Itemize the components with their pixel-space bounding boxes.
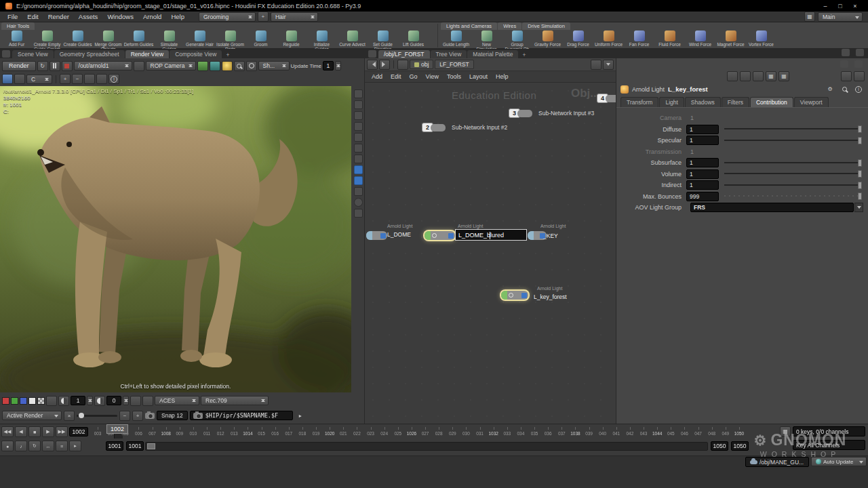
subnet-input-node-2[interactable]: 2 Sub-Network Input #2	[422, 123, 507, 132]
range-handle[interactable]	[147, 443, 155, 449]
tab-network-editor[interactable]: /obj/LF_FORST	[378, 50, 430, 58]
pane-maximize-icon[interactable]	[856, 49, 864, 56]
specular-input[interactable]: 1	[686, 136, 719, 145]
pane-menu-icon[interactable]	[368, 50, 376, 58]
crop-icon[interactable]	[354, 144, 363, 152]
diffuse-slider[interactable]	[724, 125, 862, 133]
menu-item[interactable]: Edit	[22, 12, 43, 21]
gallery-icon[interactable]	[841, 71, 852, 81]
green-channel-swatch[interactable]	[11, 397, 18, 405]
path-back-icon[interactable]	[367, 60, 378, 70]
close-button[interactable]: ×	[848, 3, 863, 9]
indirect-slider[interactable]	[724, 182, 862, 189]
tab-tree-view[interactable]: Tree View	[431, 50, 467, 58]
tab-filters[interactable]: Filters	[722, 97, 749, 107]
transport-button[interactable]: ◀	[15, 426, 27, 437]
maximize-button[interactable]: □	[833, 3, 848, 9]
diffuse-input[interactable]: 1	[686, 125, 719, 134]
volume-slider[interactable]	[724, 170, 862, 178]
pane-expand-icon[interactable]	[854, 71, 865, 81]
tab-scene-view[interactable]: Scene View	[12, 50, 54, 58]
playbar-option-button[interactable]: ▸	[69, 441, 81, 451]
range-end-field[interactable]: 1050	[731, 441, 749, 451]
stop-render-icon[interactable]	[62, 61, 73, 71]
pan-view-icon[interactable]	[96, 74, 107, 84]
curves-icon[interactable]	[142, 396, 153, 406]
background-icon[interactable]	[354, 187, 363, 196]
snapshot-prev-icon[interactable]: −	[119, 411, 130, 421]
light-node-l-key-forest[interactable]	[501, 291, 528, 300]
tab-light[interactable]: Light	[659, 97, 684, 107]
tab-contribution[interactable]: Contribution	[750, 97, 793, 107]
light-node-l-dome-blured[interactable]	[425, 231, 455, 240]
shelf-tab[interactable]: Drive Simulation	[522, 22, 570, 30]
volume-input[interactable]: 1	[686, 169, 719, 179]
render-source-select[interactable]: Active Render	[2, 411, 62, 420]
channel-editor-icon[interactable]: ▦	[780, 426, 791, 436]
region-circle-icon[interactable]	[354, 198, 363, 207]
timeline-ruler[interactable]: 0030040050060071008009010011012013101401…	[91, 426, 746, 439]
fit-view-icon[interactable]	[84, 74, 95, 84]
network-menu-item[interactable]: Add	[368, 73, 387, 81]
hair-shelf-select[interactable]: Hair	[271, 12, 318, 22]
menu-item[interactable]: Render	[43, 12, 74, 21]
pin-network-icon[interactable]	[591, 60, 601, 70]
menu-item[interactable]: File	[3, 12, 22, 21]
network-canvas[interactable]: Education Edition Obj... 4 3 Sub-Network…	[365, 83, 616, 424]
tab-transform[interactable]: Transform	[620, 97, 658, 107]
add-pane-tab-button[interactable]: +	[519, 52, 529, 58]
node-rename-input[interactable]: L_DOME_blured	[455, 229, 527, 241]
display-flag[interactable]	[448, 233, 454, 239]
progressive-on-icon[interactable]	[354, 176, 363, 185]
lights-icon[interactable]	[222, 61, 233, 71]
help-icon[interactable]: i	[853, 84, 864, 94]
checker-background-swatch[interactable]	[37, 397, 45, 405]
layout-grid-icon[interactable]: ▦	[778, 71, 789, 81]
snapshot-slider[interactable]	[77, 415, 117, 417]
pane-options-icon[interactable]	[854, 60, 863, 68]
spreadsheet-icon[interactable]: ▦	[766, 71, 776, 81]
path-menu-icon[interactable]	[603, 60, 614, 70]
render-button[interactable]: Render	[2, 61, 36, 71]
tab-composite-view[interactable]: Composite View	[170, 50, 222, 58]
new-snapshot-icon[interactable]	[354, 89, 363, 98]
node-name-field[interactable]: L_key_forest	[668, 85, 708, 93]
pixel-info-icon[interactable]: i	[108, 74, 119, 84]
take-snapshot-icon[interactable]	[145, 413, 155, 419]
shelf-tab[interactable]: Lights and Cameras	[441, 22, 497, 30]
update-time-value[interactable]: 1	[323, 61, 334, 70]
colorspace-select[interactable]: ACES	[155, 396, 199, 405]
add-shelf-set-button[interactable]: +	[258, 12, 269, 22]
desktop-select[interactable]: Main	[818, 12, 863, 22]
menu-item[interactable]: Assets	[74, 12, 103, 21]
zoom-out-icon[interactable]: −	[72, 74, 83, 84]
display-transform-select[interactable]: Rec.709	[201, 396, 269, 405]
playbar-option-button[interactable]: ≡	[56, 441, 68, 451]
tab-viewport[interactable]: Viewport	[794, 97, 829, 107]
specular-slider[interactable]	[724, 137, 862, 144]
snapshot-menu-icon[interactable]: ▸	[295, 411, 306, 421]
path-forward-icon[interactable]	[379, 60, 390, 70]
compare-icon[interactable]	[46, 396, 57, 406]
red-channel-swatch[interactable]	[2, 397, 9, 405]
transport-button[interactable]: ▶▶	[56, 426, 68, 437]
breadcrumb-obj[interactable]: obj	[410, 60, 433, 69]
split-view-icon[interactable]	[14, 74, 25, 84]
tab-material-palette[interactable]: Material Palette	[467, 50, 518, 58]
menu-item[interactable]: Arnold	[138, 12, 166, 21]
current-frame-field[interactable]: 1002	[69, 427, 88, 436]
pane-split-icon[interactable]	[842, 49, 850, 56]
restart-render-icon[interactable]: ↻	[37, 61, 48, 71]
aov-grid-icon[interactable]	[197, 61, 208, 71]
tab-shadows[interactable]: Shadows	[685, 97, 721, 107]
network-menu-item[interactable]: Edit	[387, 73, 406, 81]
subsurface-input[interactable]: 1	[686, 158, 719, 167]
network-menu-item[interactable]: Tools	[443, 73, 465, 81]
channel-select[interactable]: C	[26, 75, 52, 84]
exposure-icon[interactable]	[58, 396, 69, 406]
menu-item[interactable]: Windows	[102, 12, 138, 21]
playbar-option-button[interactable]: ↔	[42, 441, 54, 451]
snapshot-path-field[interactable]: $HIP/ipr/$SNAPNAME.$F	[190, 411, 293, 420]
current-node-chip[interactable]: /obj/MANE_GU...	[745, 457, 809, 467]
rop-select[interactable]: /out/arnold1	[74, 61, 132, 70]
